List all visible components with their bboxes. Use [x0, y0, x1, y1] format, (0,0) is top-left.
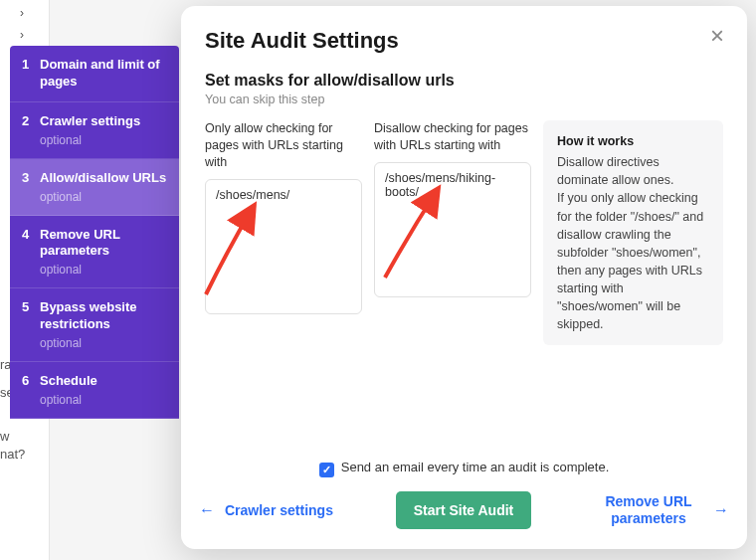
prev-step-link[interactable]: ← Crawler settings	[199, 500, 333, 519]
arrow-right-icon: →	[713, 500, 729, 519]
step-number: 4	[22, 227, 40, 242]
disallow-value: /shoes/mens/hiking-boots/	[385, 171, 520, 199]
email-label: Send an email every time an audit is com…	[341, 460, 610, 474]
checkmark-icon: ✓	[322, 464, 331, 476]
how-it-works-body: Disallow directives dominate allow ones.…	[557, 153, 709, 333]
arrow-left-icon: ←	[199, 500, 215, 519]
step-label: Crawler settings	[40, 113, 167, 130]
allow-label: Only allow checking for pages with URLs …	[205, 120, 362, 171]
disallow-label: Disallow checking for pages with URLs st…	[374, 120, 531, 154]
allow-textarea[interactable]: /shoes/mens/	[205, 179, 362, 314]
steps-sidebar: 1 Domain and limit of pages 2 Crawler se…	[10, 46, 179, 419]
step-number: 3	[22, 170, 40, 185]
close-button[interactable]: ×	[703, 22, 731, 50]
modal-title: Site Audit Settings	[205, 28, 723, 54]
email-checkbox[interactable]: ✓	[319, 463, 334, 477]
step-number: 5	[22, 299, 40, 314]
settings-modal: × Site Audit Settings Set masks for allo…	[181, 6, 747, 549]
email-notification-row: ✓ Send an email every time an audit is c…	[181, 460, 747, 477]
start-site-audit-button[interactable]: Start Site Audit	[396, 491, 532, 529]
step-number: 6	[22, 373, 40, 388]
next-step-label: Remove URL parameters	[594, 493, 703, 527]
background-text: w nat?	[0, 428, 25, 464]
step-label: Allow/disallow URLs	[40, 170, 167, 187]
sidebar-item-remove-url-params[interactable]: 4 Remove URL parameters optional	[10, 216, 179, 289]
step-optional: optional	[40, 263, 167, 277]
allow-column: Only allow checking for pages with URLs …	[205, 120, 362, 345]
sidebar-item-crawler-settings[interactable]: 2 Crawler settings optional	[10, 102, 179, 159]
how-it-works-title: How it works	[557, 132, 709, 150]
sidebar-item-schedule[interactable]: 6 Schedule optional	[10, 362, 179, 419]
step-label: Domain and limit of pages	[40, 57, 167, 91]
step-label: Schedule	[40, 373, 167, 390]
prev-step-label: Crawler settings	[225, 502, 333, 519]
content-columns: Only allow checking for pages with URLs …	[205, 120, 723, 345]
skip-hint: You can skip this step	[205, 93, 723, 106]
sidebar-item-bypass-restrictions[interactable]: 5 Bypass website restrictions optional	[10, 288, 179, 362]
next-step-link[interactable]: Remove URL parameters →	[594, 493, 729, 527]
disallow-textarea[interactable]: /shoes/mens/hiking-boots/	[374, 162, 531, 297]
step-optional: optional	[40, 336, 167, 350]
section-title: Set masks for allow/disallow urls	[205, 72, 723, 90]
annotation-arrow-icon	[198, 200, 287, 299]
chevron-right-icon[interactable]: ›	[20, 6, 24, 20]
step-number: 2	[22, 113, 40, 128]
step-optional: optional	[40, 190, 167, 204]
step-label: Bypass website restrictions	[40, 299, 167, 333]
close-icon: ×	[710, 22, 724, 49]
how-it-works-box: How it works Disallow directives dominat…	[543, 120, 723, 345]
allow-value: /shoes/mens/	[216, 188, 351, 202]
step-optional: optional	[40, 133, 167, 147]
chevron-right-icon[interactable]: ›	[20, 28, 24, 42]
disallow-column: Disallow checking for pages with URLs st…	[374, 120, 531, 345]
step-optional: optional	[40, 393, 167, 407]
step-label: Remove URL parameters	[40, 227, 167, 261]
sidebar-item-allow-disallow[interactable]: 3 Allow/disallow URLs optional	[10, 159, 179, 216]
modal-footer: ← Crawler settings Start Site Audit Remo…	[199, 491, 729, 529]
step-number: 1	[22, 57, 40, 72]
sidebar-item-domain-limit[interactable]: 1 Domain and limit of pages	[10, 46, 179, 102]
